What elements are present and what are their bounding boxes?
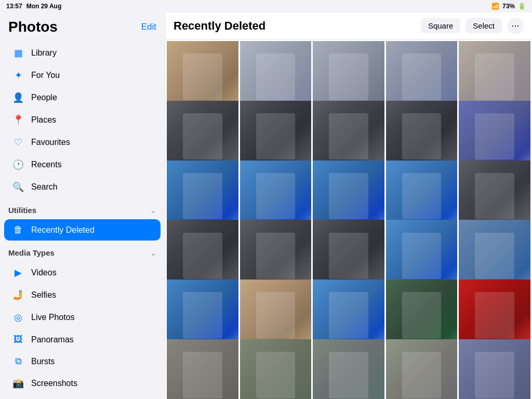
photo-thumbnail — [240, 339, 312, 399]
photo-grid — [165, 39, 532, 399]
sidebar-item-label-recents: Recents — [31, 160, 62, 169]
media-types-section-title: Media Types — [8, 248, 55, 257]
sidebar-header: Photos Edit — [0, 12, 165, 39]
live-photos-icon: ◎ — [12, 312, 24, 323]
sidebar-item-label-places: Places — [31, 115, 56, 125]
sidebar-item-label-people: People — [31, 93, 57, 102]
utilities-section-header[interactable]: Utilities ⌄ — [0, 201, 165, 217]
for-you-icon: ✦ — [12, 70, 24, 81]
photo-cell[interactable] — [167, 339, 238, 399]
sidebar-item-label-live-photos: Live Photos — [31, 313, 75, 322]
media-types-section: ▶ Videos 🤳 Selfies ◎ Live Photos 🖼 Panor… — [0, 259, 165, 397]
status-bar: 13:57 Mon 29 Aug 📶 73% 🔋 — [0, 0, 532, 12]
sidebar-item-label-recently-deleted: Recently Deleted — [31, 225, 95, 235]
favourites-icon: ♡ — [12, 137, 24, 148]
status-time: 13:57 — [6, 3, 22, 10]
sidebar-item-label-for-you: For You — [31, 71, 60, 80]
places-icon: 📍 — [12, 114, 24, 126]
sidebar-item-label-videos: Videos — [31, 268, 57, 277]
sidebar-item-panoramas[interactable]: 🖼 Panoramas — [4, 329, 161, 350]
sidebar-title: Photos — [8, 19, 58, 35]
photo-thumbnail — [313, 339, 384, 399]
main-layout: Photos Edit ▦ Library ✦ For You 👤 People… — [0, 12, 532, 399]
sidebar-item-label-library: Library — [31, 48, 57, 58]
sidebar-item-bursts[interactable]: ⧉ Bursts — [4, 351, 161, 372]
more-button[interactable]: ··· — [507, 18, 524, 34]
wifi-icon: 📶 — [491, 3, 499, 10]
sidebar-item-label-screenshots: Screenshots — [31, 379, 77, 388]
sidebar-item-people[interactable]: 👤 People — [4, 87, 161, 109]
content-header: Recently Deleted Square Select ··· — [165, 12, 532, 39]
square-button[interactable]: Square — [421, 18, 460, 33]
sidebar-item-label-bursts: Bursts — [31, 357, 55, 366]
battery-level: 73% — [502, 3, 515, 10]
content-area: Recently Deleted Square Select ··· — [165, 12, 532, 399]
photo-cell[interactable] — [459, 339, 530, 399]
sidebar-item-videos[interactable]: ▶ Videos — [4, 262, 161, 284]
sidebar-item-selfies[interactable]: 🤳 Selfies — [4, 284, 161, 306]
sidebar-item-label-search: Search — [31, 182, 58, 192]
status-left: 13:57 Mon 29 Aug — [6, 3, 61, 10]
media-types-chevron-icon: ⌄ — [150, 249, 156, 257]
videos-icon: ▶ — [12, 267, 24, 278]
sidebar-item-label-selfies: Selfies — [31, 290, 56, 300]
content-title: Recently Deleted — [174, 19, 265, 33]
battery-icon: 🔋 — [518, 3, 526, 10]
photo-thumbnail — [167, 339, 238, 399]
select-button[interactable]: Select — [466, 18, 502, 33]
bursts-icon: ⧉ — [12, 356, 24, 367]
sidebar-item-screenshots[interactable]: 📸 Screenshots — [4, 373, 161, 394]
sidebar-item-recently-deleted[interactable]: 🗑 Recently Deleted — [4, 219, 161, 241]
status-date: Mon 29 Aug — [26, 3, 62, 10]
sidebar-item-search[interactable]: 🔍 Search — [4, 176, 161, 198]
search-icon: 🔍 — [12, 181, 24, 193]
panoramas-icon: 🖼 — [12, 334, 24, 345]
sidebar-item-favourites[interactable]: ♡ Favourites — [4, 131, 161, 153]
sidebar-item-live-photos[interactable]: ◎ Live Photos — [4, 307, 161, 328]
utilities-chevron-icon: ⌄ — [150, 206, 156, 215]
sidebar-item-for-you[interactable]: ✦ For You — [4, 64, 161, 86]
library-icon: ▦ — [12, 47, 24, 59]
more-icon: ··· — [511, 20, 519, 31]
media-types-section-header[interactable]: Media Types ⌄ — [0, 243, 165, 259]
photo-thumbnail — [386, 339, 458, 399]
sidebar-item-places[interactable]: 📍 Places — [4, 109, 161, 131]
header-actions: Square Select ··· — [421, 18, 524, 34]
utilities-section: 🗑 Recently Deleted — [0, 217, 165, 243]
sidebar-item-recents[interactable]: 🕐 Recents — [4, 154, 161, 176]
utilities-section-title: Utilities — [8, 206, 36, 215]
sidebar-edit-button[interactable]: Edit — [141, 22, 156, 32]
recently-deleted-icon: 🗑 — [12, 224, 24, 235]
screenshots-icon: 📸 — [12, 378, 24, 389]
recents-icon: 🕐 — [12, 159, 24, 170]
selfies-icon: 🤳 — [12, 289, 24, 301]
sidebar-item-library[interactable]: ▦ Library — [4, 42, 161, 64]
people-icon: 👤 — [12, 92, 24, 103]
photo-thumbnail — [459, 339, 530, 399]
sidebar-item-label-favourites: Favourites — [31, 138, 70, 147]
photo-cell[interactable] — [386, 339, 458, 399]
sidebar-item-label-panoramas: Panoramas — [31, 335, 74, 344]
sidebar-main-section: ▦ Library ✦ For You 👤 People 📍 Places ♡ … — [0, 39, 165, 201]
sidebar: Photos Edit ▦ Library ✦ For You 👤 People… — [0, 12, 165, 399]
status-right: 📶 73% 🔋 — [491, 3, 526, 10]
photo-cell[interactable] — [240, 339, 312, 399]
photo-cell[interactable] — [313, 339, 384, 399]
